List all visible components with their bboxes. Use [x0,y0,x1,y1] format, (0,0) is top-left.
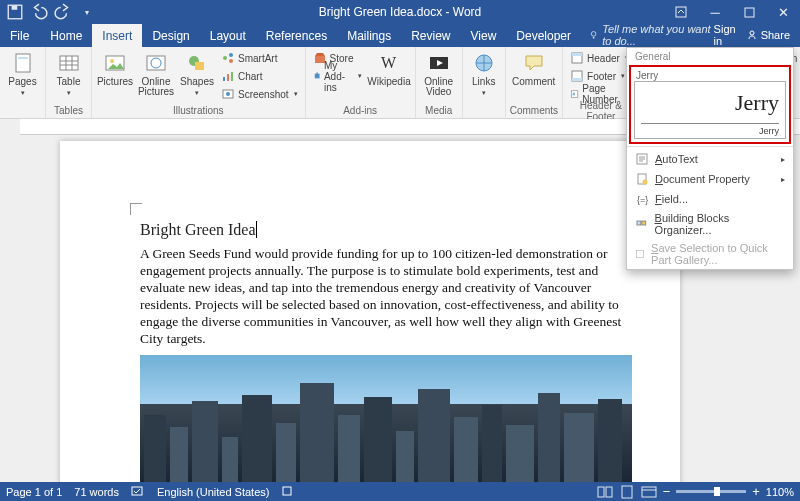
document-body[interactable]: A Green Seeds Fund would provide funding… [140,245,644,347]
comment-button[interactable]: Comment [510,49,558,103]
undo-icon[interactable] [30,3,48,21]
print-layout-icon[interactable] [619,485,635,499]
qat-dropdown-icon[interactable]: ▾ [78,3,96,21]
screenshot-button[interactable]: Screenshot▾ [218,85,301,103]
svg-point-5 [750,31,754,35]
close-icon[interactable]: ✕ [766,0,800,24]
quick-parts-dropdown: General Jerry Jerry Jerry AutoText▸ Docu… [626,47,794,270]
save-icon[interactable] [6,3,24,21]
group-comments: Comments [510,104,558,117]
redo-icon[interactable] [54,3,72,21]
lightbulb-icon [589,29,598,41]
pages-button[interactable]: Pages▾ [4,49,41,103]
svg-point-17 [229,59,233,63]
word-count[interactable]: 71 words [74,486,119,498]
header-icon [570,51,584,65]
building-blocks-item[interactable]: Building Blocks Organizer... [627,209,793,239]
page-indicator[interactable]: Page 1 of 1 [6,486,62,498]
save-selection-item: Save Selection to Quick Part Gallery... [627,239,793,269]
footer-icon [570,69,584,83]
online-pictures-button[interactable]: Online Pictures [136,49,176,103]
tell-me-search[interactable]: Tell me what you want to do... [589,23,714,47]
read-mode-icon[interactable] [597,485,613,499]
language-indicator[interactable]: English (United States) [157,486,270,498]
dropdown-header: General [627,48,793,65]
tab-developer[interactable]: Developer [506,24,581,47]
svg-point-16 [229,53,233,57]
svg-rect-7 [18,57,28,59]
svg-rect-1 [12,5,18,10]
autotext-item[interactable]: AutoText▸ [627,149,793,169]
comment-icon [522,51,546,75]
online-pictures-icon [144,51,168,75]
table-icon [57,51,81,75]
bbo-icon [635,217,649,231]
minimize-icon[interactable]: ─ [698,0,732,24]
wikipedia-button[interactable]: WWikipedia [367,49,410,103]
zoom-in-button[interactable]: + [752,484,760,499]
chart-button[interactable]: Chart [218,67,301,85]
svg-point-44 [643,180,648,185]
svg-rect-20 [231,72,233,81]
tab-design[interactable]: Design [142,24,199,47]
inline-image[interactable] [140,355,632,482]
svg-rect-30 [572,53,582,56]
quick-part-gallery-item[interactable]: Jerry Jerry Jerry [631,67,789,142]
zoom-level[interactable]: 110% [766,486,794,498]
online-video-button[interactable]: Online Video [420,49,458,103]
tab-review[interactable]: Review [401,24,460,47]
myaddins-button[interactable]: My Add-ins▾ [310,67,366,85]
pictures-icon [103,51,127,75]
tab-view[interactable]: View [461,24,507,47]
docprop-icon [635,172,649,186]
table-button[interactable]: Table▾ [50,49,87,103]
tab-references[interactable]: References [256,24,337,47]
field-item[interactable]: {=}Field... [627,189,793,209]
zoom-slider[interactable] [676,490,746,493]
svg-rect-51 [598,487,604,497]
window-title: Bright Green Idea.docx - Word [319,5,482,19]
sign-in-link[interactable]: Sign in [714,23,736,47]
signature-label: Jerry [641,123,779,138]
tab-insert[interactable]: Insert [92,24,142,47]
zoom-out-button[interactable]: − [663,484,671,499]
tab-mailings[interactable]: Mailings [337,24,401,47]
svg-rect-49 [132,487,142,495]
web-layout-icon[interactable] [641,485,657,499]
tell-me-label: Tell me what you want to do... [602,23,713,47]
document-property-item[interactable]: Document Property▸ [627,169,793,189]
autotext-icon [635,152,649,166]
pictures-button[interactable]: Pictures [96,49,134,103]
group-tables: Tables [50,104,87,117]
links-button[interactable]: Links▾ [467,49,501,103]
maximize-icon[interactable] [732,0,766,24]
ribbon-options-icon[interactable] [664,0,698,24]
page-icon [11,51,35,75]
svg-point-22 [226,92,230,96]
smartart-icon [221,51,235,65]
svg-text:{=}: {=} [637,195,648,205]
svg-rect-48 [636,250,643,257]
svg-rect-32 [572,78,582,81]
group-media: Media [420,104,458,117]
tab-file[interactable]: File [0,24,40,47]
page[interactable]: Bright Green Idea A Green Seeds Fund wou… [60,141,680,482]
document-title: Bright Green Idea [140,221,644,239]
share-button[interactable]: Share [746,29,790,41]
shapes-button[interactable]: Shapes▾ [178,49,216,103]
svg-rect-46 [637,221,641,225]
smartart-button[interactable]: SmartArt [218,49,301,67]
svg-rect-47 [642,221,646,225]
group-illustrations: Illustrations [96,104,301,117]
signature-preview: Jerry [635,82,785,123]
margin-indicator [130,203,142,215]
spellcheck-icon[interactable] [131,485,145,499]
tab-layout[interactable]: Layout [200,24,256,47]
svg-rect-2 [676,7,686,17]
macro-icon[interactable] [281,485,293,499]
svg-point-4 [591,31,596,36]
header-button[interactable]: Header▾ [567,49,635,67]
tab-home[interactable]: Home [40,24,92,47]
svg-rect-3 [745,8,754,17]
svg-rect-25 [316,72,317,74]
